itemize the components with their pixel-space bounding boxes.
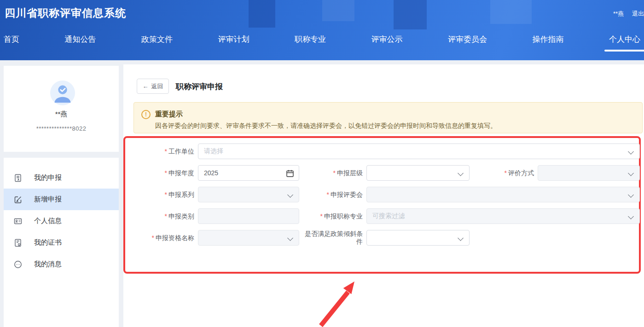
- nav-item-home[interactable]: 首页: [4, 28, 19, 59]
- policy-tilt-select[interactable]: [366, 230, 470, 246]
- site-header: 四川省职称评审信息系统 **燕 退出 首页 通知公告 政策文件 评审计划 职称专…: [0, 0, 644, 60]
- apply-specialty-placeholder: 可搜索过滤: [372, 212, 405, 220]
- red-annotation-arrow: [302, 275, 361, 327]
- required-asterisk: *: [165, 212, 167, 220]
- qualification-label: *申报资格名称: [130, 230, 194, 246]
- document-icon: [14, 174, 22, 182]
- cityscape-decoration: [394, 0, 427, 29]
- work-unit-label: *工作单位: [130, 143, 194, 159]
- user-area: **燕 退出: [613, 10, 644, 18]
- sidebar-item-label: 我的申报: [34, 173, 62, 182]
- back-button-label: 返回: [151, 82, 163, 91]
- work-unit-placeholder: 请选择: [204, 147, 223, 155]
- apply-level-select[interactable]: [366, 165, 470, 181]
- profile-card: **燕 **************8022: [4, 66, 119, 152]
- cityscape-decoration: [322, 0, 354, 21]
- apply-category-input[interactable]: [198, 208, 299, 224]
- chevron-down-icon: [628, 213, 634, 219]
- apply-committee-select[interactable]: [366, 187, 640, 202]
- policy-tilt-label: 是否满足政策倾斜条件: [304, 230, 363, 246]
- apply-committee-label: *申报评委会: [298, 187, 363, 202]
- back-button[interactable]: ← 返回: [137, 79, 169, 94]
- evaluation-method-label: *评价方式: [470, 165, 534, 181]
- certificate-icon: [14, 239, 22, 247]
- sidebar-item-my-messages[interactable]: 我的消息: [4, 253, 119, 275]
- chevron-down-icon: [287, 235, 293, 241]
- profile-masked-id: **************8022: [4, 125, 119, 132]
- nav-item-notices[interactable]: 通知公告: [65, 28, 96, 59]
- nav-item-guide[interactable]: 操作指南: [533, 28, 564, 59]
- sidebar-item-new-declaration[interactable]: 新增申报: [4, 189, 119, 210]
- nav-item-committee[interactable]: 评审委员会: [448, 28, 487, 59]
- required-asterisk: *: [165, 148, 167, 155]
- chevron-down-icon: [458, 235, 464, 241]
- sidebar-item-personal-info[interactable]: 个人信息: [4, 210, 119, 232]
- chevron-down-icon: [628, 149, 634, 155]
- required-asterisk: *: [165, 191, 167, 198]
- edit-icon: [14, 195, 22, 204]
- apply-year-label: *申报年度: [130, 165, 194, 181]
- apply-year-input[interactable]: 2025: [198, 165, 299, 181]
- warning-circle-icon: !: [141, 110, 151, 119]
- sidebar-item-my-certificates[interactable]: 我的证书: [4, 232, 119, 253]
- site-title: 四川省职称评审信息系统: [5, 6, 126, 20]
- apply-year-value: 2025: [204, 169, 218, 177]
- back-arrow-icon: ←: [143, 83, 149, 90]
- nav-item-personal-center[interactable]: 个人中心: [609, 28, 640, 59]
- apply-category-label: *申报类别: [130, 208, 194, 224]
- cityscape-decoration: [249, 0, 275, 28]
- work-unit-select[interactable]: 请选择: [198, 143, 640, 159]
- sidebar-item-label: 个人信息: [34, 217, 62, 225]
- page-title: 职称评审申报: [176, 81, 223, 92]
- sidebar-item-label: 新增申报: [34, 195, 62, 204]
- apply-series-select[interactable]: [198, 187, 299, 202]
- nav-item-policies[interactable]: 政策文件: [141, 28, 173, 59]
- evaluation-method-select[interactable]: [538, 165, 640, 181]
- nav-item-review-plan[interactable]: 评审计划: [218, 28, 249, 59]
- logout-link[interactable]: 退出: [632, 10, 644, 18]
- required-asterisk: *: [165, 169, 167, 177]
- profile-name: **燕: [4, 110, 119, 119]
- sidebar-item-my-declarations[interactable]: 我的申报: [4, 167, 119, 189]
- calendar-icon: [286, 169, 294, 178]
- chevron-down-icon: [287, 192, 293, 198]
- person-avatar-icon: [50, 80, 75, 105]
- sidebar-menu: 我的申报 新增申报 个人信息: [4, 158, 119, 327]
- message-icon: [14, 260, 22, 269]
- chevron-down-icon: [458, 170, 464, 176]
- apply-specialty-select[interactable]: 可搜索过滤: [366, 208, 640, 224]
- apply-series-label: *申报系列: [130, 187, 194, 202]
- sidebar-item-label: 我的证书: [34, 238, 62, 247]
- important-notice: ! 重要提示 因各评委会的时间要求、评审条件要求不一致，请准确选择评委会，以免错…: [133, 102, 643, 133]
- required-asterisk: *: [320, 212, 323, 220]
- chevron-down-icon: [628, 170, 634, 176]
- chevron-down-icon: [628, 192, 634, 198]
- nav-item-publicity[interactable]: 评审公示: [371, 28, 403, 59]
- required-asterisk: *: [152, 234, 154, 241]
- notice-title: 重要提示: [155, 110, 183, 119]
- required-asterisk: *: [327, 191, 329, 198]
- notice-body: 因各评委会的时间要求、评审条件要求不一致，请准确选择评委会，以免错过评委会的申报…: [155, 122, 497, 130]
- user-name[interactable]: **燕: [613, 10, 624, 18]
- nav-item-title-major[interactable]: 职称专业: [295, 28, 326, 59]
- cityscape-decoration: [490, 0, 532, 24]
- id-card-icon: [14, 217, 22, 225]
- sidebar-item-label: 我的消息: [34, 260, 62, 269]
- required-asterisk: *: [505, 169, 507, 177]
- main-nav: 首页 通知公告 政策文件 评审计划 职称专业 评审公示 评审委员会 操作指南 个…: [0, 28, 644, 59]
- required-asterisk: *: [333, 169, 336, 177]
- apply-specialty-label: *申报职称专业: [298, 208, 363, 224]
- apply-level-label: *申报层级: [298, 165, 363, 181]
- qualification-select[interactable]: [198, 230, 299, 246]
- app-window: 四川省职称评审信息系统 **燕 退出 首页 通知公告 政策文件 评审计划 职称专…: [0, 0, 644, 327]
